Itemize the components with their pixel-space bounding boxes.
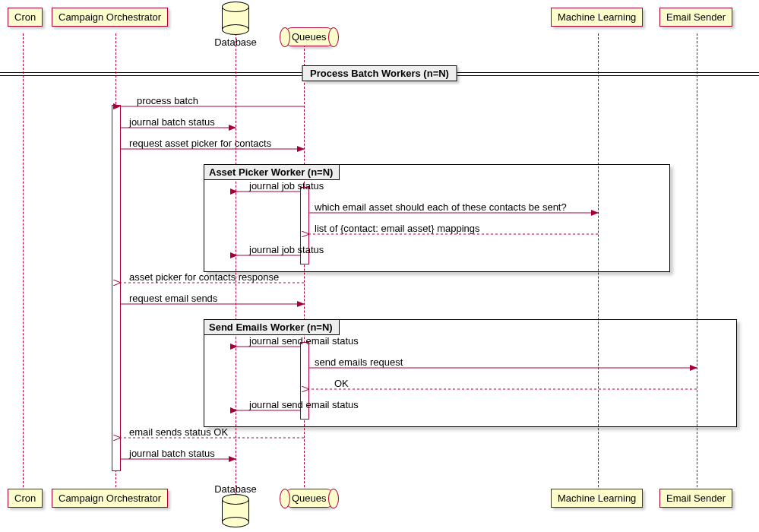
msg-journal-send-status-2: journal send email status — [249, 399, 359, 410]
msg-asset-picker-response: asset picker for contacts response — [129, 271, 279, 283]
msg-send-emails-request: send emails request — [315, 356, 403, 368]
divider-label: Process Batch Workers (n=N) — [302, 65, 457, 81]
participant-ml-bottom: Machine Learning — [551, 489, 643, 508]
msg-request-asset-picker: request asset picker for contacts — [129, 138, 271, 149]
participant-cron-bottom: Cron — [8, 489, 43, 508]
msg-journal-batch-status-1: journal batch status — [129, 116, 215, 128]
group-label-asset-picker: Asset Picker Worker (n=N) — [204, 165, 340, 180]
lifeline-sender — [697, 33, 697, 499]
participant-ml-top: Machine Learning — [551, 8, 643, 27]
msg-journal-job-status-1: journal job status — [249, 180, 324, 192]
participant-sender-bottom: Email Sender — [659, 489, 732, 508]
participant-database-bottom: Database — [213, 483, 258, 495]
msg-mappings: list of {contact: email asset} mappings — [315, 223, 480, 234]
msg-which-email: which email asset should each of these c… — [315, 201, 567, 213]
msg-ok: OK — [334, 378, 349, 389]
participant-queues-top: Queues — [284, 27, 334, 46]
msg-journal-send-status-1: journal send email status — [249, 335, 359, 347]
participant-sender-top: Email Sender — [659, 8, 732, 27]
lifeline-cron — [23, 33, 24, 499]
msg-email-sends-ok: email sends status OK — [129, 426, 228, 438]
activation-orchestrator — [112, 105, 121, 471]
msg-journal-job-status-2: journal job status — [249, 244, 324, 255]
msg-request-email-sends: request email sends — [129, 293, 217, 304]
participant-orchestrator-top: Campaign Orchestrator — [52, 8, 168, 27]
group-label-send-emails: Send Emails Worker (n=N) — [204, 320, 340, 335]
database-icon-top — [222, 2, 249, 35]
msg-journal-batch-status-2: journal batch status — [129, 448, 215, 459]
participant-database-top: Database — [213, 36, 258, 48]
participant-orchestrator-bottom: Campaign Orchestrator — [52, 489, 168, 508]
msg-process-batch: process batch — [137, 95, 198, 106]
database-icon-bottom — [222, 494, 249, 527]
participant-queues-bottom: Queues — [284, 489, 334, 508]
participant-cron-top: Cron — [8, 8, 43, 27]
